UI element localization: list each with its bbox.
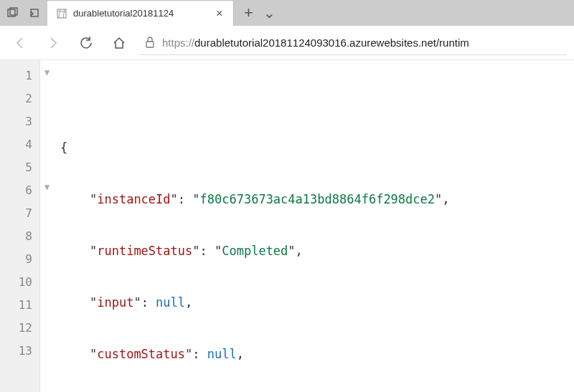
page-favicon (56, 8, 67, 19)
url-text: https://durabletutorial20181124093016.az… (162, 37, 567, 49)
tabs-preview-icon[interactable] (4, 4, 22, 21)
set-aside-icon[interactable] (26, 4, 43, 21)
fold-toggle-icon[interactable]: ▼ (44, 182, 50, 192)
line-number: 2 (0, 87, 39, 110)
lock-icon (145, 37, 155, 48)
line-number: 3 (0, 110, 39, 133)
tab-title: durabletutorial20181124 (73, 8, 207, 19)
line-number: 9 (0, 248, 39, 271)
svg-rect-4 (146, 42, 154, 47)
json-viewer: 12345678910111213 ▼ ▼ { "instanceId": "f… (0, 60, 574, 392)
line-number: 1 (0, 64, 39, 87)
back-button[interactable] (7, 30, 33, 56)
code-area[interactable]: ▼ ▼ { "instanceId": "f80c673673ac4a13bd8… (40, 60, 574, 392)
line-number: 12 (0, 317, 39, 340)
titlebar: durabletutorial20181124 × + ⌄ (0, 0, 574, 26)
address-bar[interactable]: https://durabletutorial20181124093016.az… (139, 31, 567, 55)
fold-toggle-icon[interactable]: ▼ (44, 67, 50, 77)
tab-dropdown-icon[interactable]: ⌄ (263, 4, 276, 21)
tabstrip-actions: + ⌄ (234, 0, 276, 26)
line-number: 5 (0, 156, 39, 179)
browser-tab[interactable]: durabletutorial20181124 × (47, 0, 234, 26)
code-line: "customStatus": null, (60, 343, 574, 365)
line-number: 6 (0, 179, 39, 202)
refresh-button[interactable] (73, 30, 99, 56)
code-lines: { "instanceId": "f80c673673ac4a13bd8864f… (60, 107, 574, 392)
line-number: 10 (0, 271, 39, 294)
window-buttons (0, 0, 47, 26)
line-gutter: 12345678910111213 (0, 60, 40, 392)
line-number: 13 (0, 340, 39, 363)
line-number: 11 (0, 294, 39, 317)
svg-rect-3 (57, 9, 66, 18)
code-line: "runtimeStatus": "Completed", (60, 239, 574, 262)
home-button[interactable] (106, 30, 132, 56)
forward-button[interactable] (40, 30, 66, 56)
line-number: 7 (0, 202, 39, 225)
code-line: { (60, 136, 574, 159)
code-line: "instanceId": "f80c673673ac4a13bd8864f6f… (60, 188, 574, 211)
line-number: 4 (0, 133, 39, 156)
code-line: "input": null, (60, 291, 574, 314)
fold-column: ▼ ▼ (40, 60, 59, 392)
navbar: https://durabletutorial20181124093016.az… (0, 26, 574, 60)
tab-close-button[interactable]: × (213, 7, 226, 20)
line-number: 8 (0, 225, 39, 248)
new-tab-button[interactable]: + (244, 4, 253, 22)
